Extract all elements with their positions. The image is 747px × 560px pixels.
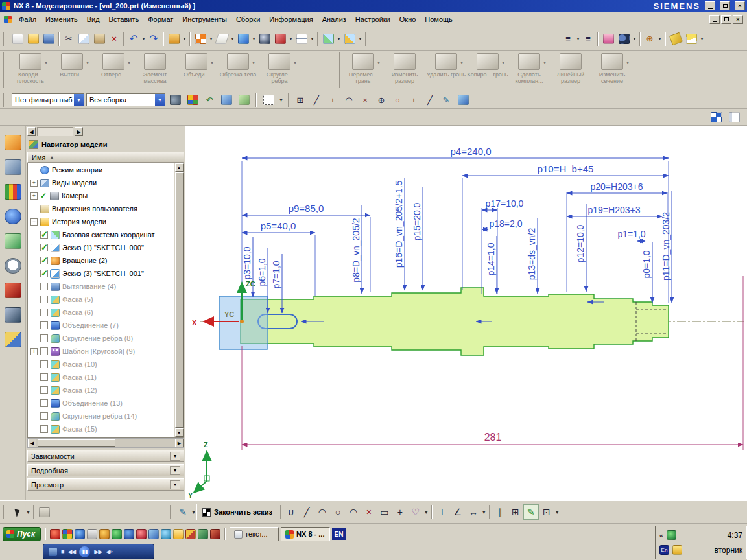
expand-icon[interactable]: +	[30, 180, 38, 187]
caret[interactable]: ▾	[377, 60, 380, 65]
tree-item-history-mode[interactable]: Режим истории	[28, 163, 184, 176]
redo-button[interactable]: ↷	[147, 32, 161, 46]
combo-arrow-icon[interactable]: ▾	[155, 94, 165, 106]
layout-button[interactable]: ⊡	[539, 504, 554, 520]
tree-vertical-scrollbar[interactable]: ▲ ▼	[174, 163, 184, 437]
select-previous-button[interactable]: ↶	[202, 93, 217, 107]
assembly-navigator-icon[interactable]	[5, 135, 21, 150]
dim-p17[interactable]: p17=10,0	[486, 198, 524, 209]
caret[interactable]: ▾	[251, 36, 257, 41]
tab-scroll-left-button[interactable]: ◀	[27, 127, 36, 136]
minimize-button[interactable]	[705, 1, 715, 10]
caret[interactable]: ▾	[25, 509, 31, 515]
scrollbar-thumb[interactable]	[38, 439, 115, 447]
hole-button[interactable]: ▾Отверс...	[93, 52, 134, 89]
feature-checkbox[interactable]	[40, 334, 48, 342]
combo-arrow-icon[interactable]: ▾	[74, 94, 84, 106]
measure-angle-button[interactable]	[683, 31, 699, 47]
feature-checkbox[interactable]	[40, 257, 48, 264]
menu-file[interactable]: Файл	[14, 13, 41, 26]
tree-item-chamfer-10[interactable]: Фаска (10)	[28, 358, 184, 371]
tree-item-sketch-3[interactable]: Эскиз (3) "SKETCH_001"	[28, 267, 184, 280]
dim-p19[interactable]: p19=H203+3	[588, 205, 641, 215]
collapse-icon[interactable]: −	[30, 218, 38, 226]
expand-icon[interactable]: +	[30, 192, 38, 200]
start-button[interactable]: Пуск	[3, 527, 41, 541]
extrude-button[interactable]: ▾Вытяги...	[51, 52, 93, 89]
quicklaunch-icon[interactable]	[112, 529, 122, 539]
caret[interactable]: ▾	[575, 36, 581, 41]
sketch-canvas[interactable]: 281 p4=240,0 p10=H_b+45 p20=H203+6 p19=H…	[185, 126, 747, 500]
paint-button[interactable]	[600, 31, 616, 47]
caret[interactable]: ▾	[86, 60, 89, 65]
feature-checkbox[interactable]	[40, 283, 48, 290]
menu-edit[interactable]: Изменить	[41, 13, 82, 26]
dim-p14[interactable]: p14=1,0	[486, 242, 496, 275]
info-center-icon[interactable]	[5, 209, 21, 224]
caret[interactable]: ▾	[252, 60, 255, 65]
part-navigator-icon[interactable]	[5, 184, 21, 200]
dim-p11[interactable]: p11=D_vn_203/2	[661, 212, 671, 281]
chevron-down-icon[interactable]: ▾	[170, 480, 180, 489]
caret[interactable]: ▾	[481, 509, 487, 515]
constraints-button[interactable]: ⊥	[434, 504, 450, 520]
details-panel[interactable]: Подробная▾	[27, 464, 184, 476]
measure-button[interactable]	[668, 31, 683, 47]
chevron-down-icon[interactable]: ▾	[170, 452, 180, 461]
point-button[interactable]: +	[392, 504, 408, 520]
gesture-button[interactable]	[36, 504, 52, 520]
quicklaunch-icon[interactable]	[161, 529, 171, 539]
mdi-close-button[interactable]: ×	[733, 15, 743, 24]
dim-overall[interactable]: 281	[484, 432, 502, 443]
resize-face-button[interactable]: Изменить размер	[384, 52, 425, 89]
tree-item-extrude-4[interactable]: Вытягивание (4)	[28, 280, 184, 293]
rectangle-select-button[interactable]	[261, 92, 276, 108]
profile-button[interactable]: ✎	[175, 504, 191, 520]
sketch-grid-button[interactable]: ⊞	[508, 504, 523, 520]
origin-point[interactable]	[240, 320, 244, 323]
undo-button[interactable]: ↶	[126, 32, 141, 46]
feature-checkbox[interactable]	[40, 244, 48, 251]
continuous-auto-dimension-button[interactable]: ✎	[523, 504, 539, 520]
dim-p9[interactable]: p9=85,0	[289, 203, 324, 214]
tab-scroll-right-button[interactable]: ▶	[75, 127, 83, 136]
toolbar-grip[interactable]	[169, 505, 172, 519]
undo-caret[interactable]: ▾	[141, 36, 147, 41]
selection-scope-combo[interactable]: Вся сборка▾	[86, 93, 165, 106]
quick-trim-button[interactable]: ×	[361, 504, 377, 520]
caret[interactable]: ▾	[182, 36, 187, 41]
dim-p13[interactable]: p13=ds_vn/2	[527, 228, 537, 281]
paste-button[interactable]	[91, 31, 107, 47]
snap-circle-button[interactable]: ○	[390, 93, 405, 107]
tree-item-edge-blend-8[interactable]: Скругление ребра (8)	[28, 332, 184, 345]
edit-section-button[interactable]: ▾Изменить сечение	[591, 52, 633, 89]
tree-item-revolve-2[interactable]: Вращение (2)	[28, 254, 184, 267]
caret[interactable]: ▾	[309, 36, 315, 41]
feature-check-box[interactable]	[40, 296, 48, 303]
line-button[interactable]: ╱	[299, 504, 314, 520]
dependencies-panel[interactable]: Зависимости▾	[27, 450, 184, 462]
visualization-button[interactable]	[193, 31, 208, 47]
inferred-dimension-button[interactable]: ↔	[466, 504, 481, 520]
feature-checkbox[interactable]	[40, 360, 48, 368]
next-button[interactable]: ▶▶	[94, 548, 102, 555]
feature-checkbox[interactable]	[40, 270, 48, 277]
internet-explorer-icon[interactable]	[5, 233, 21, 249]
dim-p15[interactable]: p15=20,0	[412, 202, 422, 240]
arc-button[interactable]: ◠	[314, 504, 330, 520]
chevron-down-icon[interactable]: ▾	[170, 466, 180, 475]
dim-p12[interactable]: p12=10,0	[575, 224, 586, 262]
menu-information[interactable]: Информация	[265, 13, 317, 26]
toolbar-grip[interactable]	[3, 505, 7, 519]
dim-p4[interactable]: p4=240,0	[451, 146, 492, 157]
cut-button[interactable]: ✂	[62, 32, 76, 46]
tray-clock[interactable]: 4:37	[728, 531, 742, 540]
face-analysis-button[interactable]	[272, 31, 288, 47]
pattern-feature-button[interactable]: Элемент массива	[134, 52, 176, 89]
dim-p1[interactable]: p1=1,0	[617, 229, 645, 239]
fillet-button[interactable]: ◠	[346, 504, 361, 520]
caret[interactable]: ▾	[632, 36, 637, 41]
menu-analysis[interactable]: Анализ	[318, 13, 351, 26]
solid-preview-button[interactable]	[455, 92, 471, 108]
menu-preferences[interactable]: Настройки	[351, 13, 395, 26]
